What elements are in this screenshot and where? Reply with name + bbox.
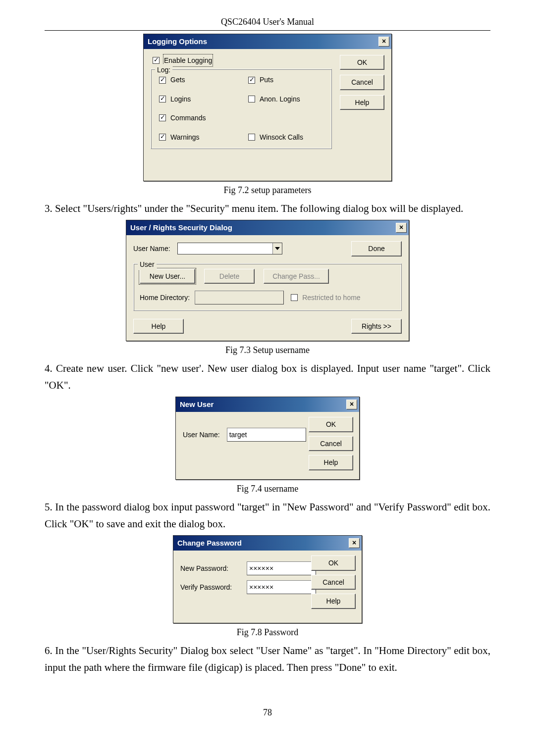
cancel-button[interactable]: Cancel [309, 436, 353, 451]
figure-caption-7-4: Fig 7.4 username [45, 482, 490, 496]
new-password-label: New Password: [180, 563, 240, 574]
delete-button: Delete [204, 269, 255, 284]
verify-password-label: Verify Password: [180, 582, 240, 593]
new-password-input[interactable]: ×××××× [247, 561, 316, 575]
doc-header: QSC26404 User's Manual [45, 15, 490, 29]
user-group-label: User [138, 259, 157, 270]
close-icon[interactable]: × [346, 400, 357, 409]
help-button[interactable]: Help [133, 319, 184, 334]
user-rights-security-dialog: User / Rights Security Dialog × User Nam… [126, 220, 409, 341]
winsock-calls-checkbox[interactable]: Winsock Calls [246, 132, 325, 143]
help-button[interactable]: Help [311, 594, 356, 608]
chevron-down-icon[interactable] [272, 243, 282, 254]
header-rule [45, 30, 490, 31]
close-icon[interactable]: × [349, 538, 360, 548]
rights-button[interactable]: Rights >> [351, 319, 402, 334]
logging-options-dialog: Logging Options × Enable Logging Log: Ge… [143, 34, 392, 181]
new-user-button[interactable]: New User... [140, 269, 195, 284]
ok-button[interactable]: OK [311, 555, 356, 570]
titlebar: New User × [176, 397, 359, 412]
puts-checkbox[interactable]: Puts [246, 74, 325, 85]
cancel-button[interactable]: Cancel [340, 75, 384, 90]
commands-checkbox[interactable]: Commands [157, 112, 236, 123]
figure-caption-7-3: Fig 7.3 Setup username [45, 343, 490, 357]
close-icon[interactable]: × [378, 37, 389, 47]
username-label: User Name: [133, 243, 170, 254]
paragraph-4: 4. Create new user. Click "new user'. Ne… [45, 360, 490, 394]
change-password-dialog: Change Password × New Password: ×××××× V… [173, 535, 362, 623]
enable-logging-input[interactable] [153, 57, 160, 64]
log-groupbox: Log: Gets Puts Logins Anon. Logins Comma… [151, 69, 332, 149]
restricted-to-home-checkbox: Restricted to home [289, 292, 361, 303]
home-directory-field [195, 291, 284, 304]
home-directory-label: Home Directory: [140, 292, 190, 303]
page-number: 78 [45, 706, 490, 720]
log-group-label: Log: [155, 64, 172, 75]
username-input[interactable]: target [227, 428, 306, 442]
warnings-checkbox[interactable]: Warnings [157, 132, 236, 143]
dialog-title: Change Password [177, 537, 242, 549]
paragraph-6: 6. In the "User/Rights Security" Dialog … [45, 643, 490, 676]
username-combobox[interactable] [177, 243, 282, 254]
help-button[interactable]: Help [309, 455, 353, 470]
ok-button[interactable]: OK [309, 417, 353, 432]
figure-caption-7-8: Fig 7.8 Password [45, 625, 490, 640]
titlebar: User / Rights Security Dialog × [126, 220, 409, 235]
done-button[interactable]: Done [351, 241, 402, 256]
user-groupbox: User New User... Delete Change Pass... H… [133, 263, 402, 311]
dialog-title: User / Rights Security Dialog [130, 222, 232, 234]
gets-checkbox[interactable]: Gets [157, 74, 236, 85]
dialog-title: New User [180, 399, 214, 410]
ok-button[interactable]: OK [340, 55, 384, 70]
close-icon[interactable]: × [396, 223, 407, 233]
titlebar: Logging Options × [144, 34, 391, 49]
titlebar: Change Password × [173, 536, 362, 551]
verify-password-input[interactable]: ×××××× [247, 580, 316, 594]
new-user-dialog: New User × User Name: target OK Cancel H… [175, 397, 360, 480]
change-pass-button: Change Pass... [264, 269, 329, 284]
figure-caption-7-2: Fig 7.2 setup parameters [45, 183, 490, 198]
dialog-title: Logging Options [148, 36, 207, 48]
anon-logins-checkbox[interactable]: Anon. Logins [246, 94, 325, 104]
paragraph-5: 5. In the password dialog box input pass… [45, 499, 490, 532]
paragraph-3: 3. Select "Users/rights" under the "Secu… [45, 201, 490, 217]
cancel-button[interactable]: Cancel [311, 575, 356, 590]
logins-checkbox[interactable]: Logins [157, 94, 236, 104]
username-label: User Name: [183, 429, 220, 440]
help-button[interactable]: Help [340, 95, 384, 110]
